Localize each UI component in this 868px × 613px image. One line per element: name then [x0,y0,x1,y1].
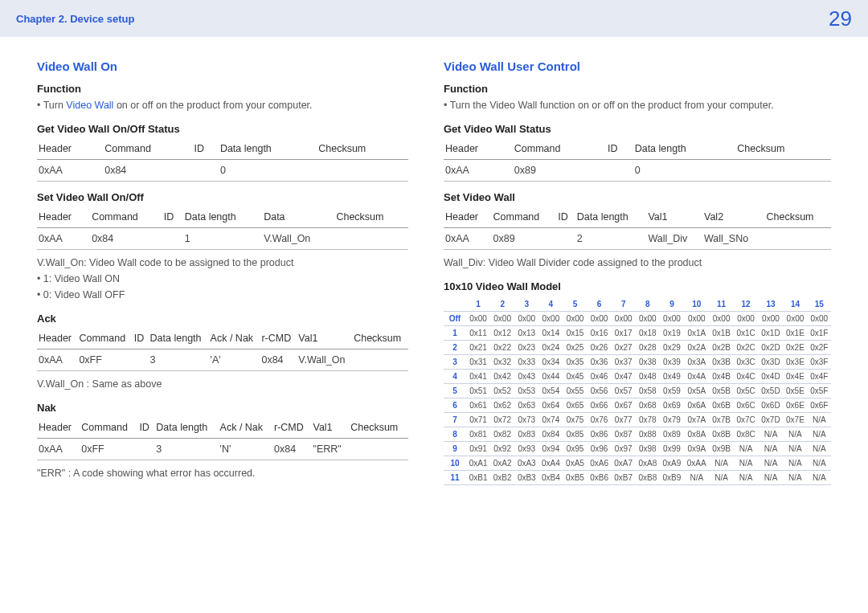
grid-cell: 0x46 [588,370,612,384]
table-cell: Header [37,417,80,439]
grid-cell: 0x00 [734,312,759,326]
table-cell: 'N' [219,439,272,460]
grid-row-head: 6 [444,398,466,413]
grid-cell: 0x6B [710,398,734,413]
grid-row-head: 5 [444,384,466,398]
grid-cell: 0xA1 [466,456,490,471]
table-cell: Header [37,328,77,349]
table-cell: ID [606,138,633,160]
grid-cell: 0x24 [538,341,563,355]
table-cell [334,228,408,250]
grid-cell: 0x85 [563,427,587,442]
grid-cell: 0xB2 [490,471,514,485]
grid-cell: 0x41 [466,370,490,384]
grid-cell: 0x87 [612,427,636,442]
grid-cell: N/A [710,456,734,471]
table-cell: Val1 [646,206,702,228]
grid-cell: 0x96 [588,442,612,456]
set-desc: V.Wall_On: Video Wall code to be assigne… [37,255,408,271]
grid-cell: 0xB1 [466,471,490,485]
grid-cell: 0x73 [514,413,538,427]
grid-cell: 0x14 [538,326,563,341]
grid-cell: 0x78 [636,413,660,427]
grid-cell: 0xAA [684,456,710,471]
grid-cell: 0x25 [563,341,587,355]
grid-cell: 0x64 [538,398,563,413]
grid-col-head: 13 [759,297,784,312]
grid-cell: N/A [808,413,832,427]
function-bullet: Turn Video Wall on or off on the product… [37,98,408,113]
grid-cell: N/A [684,471,710,485]
grid-cell: 0x47 [612,370,636,384]
grid-cell: 0xB5 [563,471,587,485]
table-cell: Val1 [311,417,349,439]
ack-heading: Ack [37,313,408,325]
grid-cell: N/A [808,471,832,485]
grid-table: 123456789101112131415Off0x000x000x000x00… [444,297,831,485]
grid-cell: 0x3E [783,355,807,370]
table-cell [352,349,408,371]
grid-cell: 0x11 [466,326,490,341]
set-table: HeaderCommandIDData lengthDataChecksum 0… [37,206,408,250]
function-heading: Function [444,83,831,95]
table-cell [556,228,575,250]
grid-cell: N/A [783,427,807,442]
grid-cell: N/A [734,456,759,471]
set-heading: Set Video Wall On/Off [37,191,408,203]
grid-cell: 0x75 [563,413,587,427]
grid-cell: 0x76 [588,413,612,427]
grid-cell: 0x16 [588,326,612,341]
grid-cell: 0xB3 [514,471,538,485]
grid-cell: 0x88 [636,427,660,442]
grid-cell: 0x6D [759,398,784,413]
grid-cell: 0x00 [514,312,538,326]
table-cell: 0xAA [444,160,513,182]
table-cell: Val1 [297,328,352,349]
grid-cell: 0x00 [466,312,490,326]
grid-cell: 0x77 [612,413,636,427]
grid-col-head: 14 [783,297,807,312]
get-status-table: HeaderCommandIDData lengthChecksum 0xAA0… [37,138,408,182]
grid-cell: 0xA3 [514,456,538,471]
grid-cell: 0x2E [783,341,807,355]
table-cell: ID [193,138,219,160]
grid-cell: 0x72 [490,413,514,427]
table-cell: Header [444,206,492,228]
grid-cell: 0x98 [636,442,660,456]
grid-cell: 0xB4 [538,471,563,485]
grid-cell: 0x1E [783,326,807,341]
table-cell: Header [37,138,103,160]
table-cell: Data length [633,138,736,160]
grid-cell: 0x5D [759,384,784,398]
grid-cell: 0x42 [490,370,514,384]
grid-cell: 0x52 [490,384,514,398]
grid-cell: 0x22 [490,341,514,355]
grid-cell: 0x32 [490,355,514,370]
set-opt-1: 1: Video Wall ON [37,271,408,287]
get-status-heading: Get Video Wall Status [444,123,831,135]
table-cell: Data length [575,206,647,228]
grid-cell: 0x28 [636,341,660,355]
get-status-table: HeaderCommandIDData lengthChecksum 0xAA0… [444,138,831,182]
section-title: Video Wall On [37,59,408,73]
table-cell: 0xAA [37,160,103,182]
grid-cell: 0x57 [612,384,636,398]
grid-cell: 0xB6 [588,471,612,485]
grid-cell: 0x34 [538,355,563,370]
grid-col-head: 4 [538,297,563,312]
table-cell: 0x84 [260,349,297,371]
ack-desc: V.Wall_On : Same as above [37,376,408,392]
table-cell: Command [77,328,132,349]
table-cell: ID [137,417,154,439]
table-cell: Data length [149,328,209,349]
table-cell: 1 [183,228,262,250]
grid-cell: 0x4F [808,370,832,384]
table-cell [133,349,149,371]
grid-cell: 0x35 [563,355,587,370]
grid-cell: N/A [783,456,807,471]
grid-cell: 0x15 [563,326,587,341]
grid-col-head: 15 [808,297,832,312]
grid-cell: 0xA8 [636,456,660,471]
table-cell: Checksum [334,206,408,228]
grid-cell: 0x6E [783,398,807,413]
